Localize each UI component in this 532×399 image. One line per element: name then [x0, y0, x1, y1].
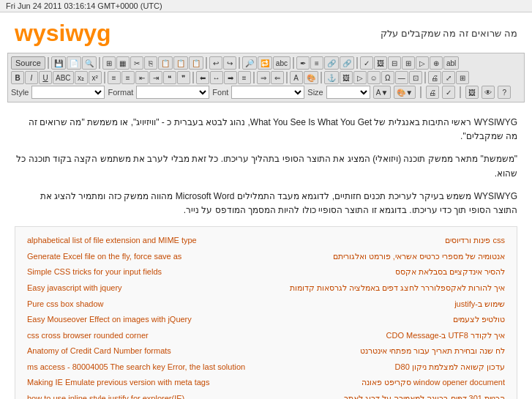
sub-button[interactable]: x₂	[75, 71, 88, 84]
table2-icon[interactable]: ⊟	[388, 56, 401, 70]
paste3-icon[interactable]: 📋	[189, 56, 203, 70]
special-button[interactable]: Ω	[381, 71, 394, 84]
maximize-button[interactable]: ⤢	[442, 71, 455, 84]
table-row: Simple CSS tricks for your input fieldsל…	[24, 264, 508, 280]
eye-button[interactable]: 👁	[482, 86, 495, 99]
align-justify-button[interactable]: ≡	[238, 71, 251, 84]
source-button[interactable]: Source	[11, 56, 45, 70]
abc-icon[interactable]: abl	[443, 56, 459, 70]
bg-color-button[interactable]: 🎨▼	[394, 86, 416, 99]
link-item[interactable]: Easy Mouseover Effect on images with jQu…	[27, 313, 263, 327]
ul-button[interactable]: ≡	[121, 71, 135, 84]
indent-button[interactable]: ⇥	[149, 71, 162, 84]
blockquote-button[interactable]: ❝	[163, 71, 176, 84]
image2-button[interactable]: 🖼	[340, 71, 353, 84]
format-icon[interactable]: ≡	[310, 56, 323, 70]
link-item-rtl[interactable]: להסיר אינדקציים בסבלאת אקסס	[269, 266, 506, 279]
link-item-rtl[interactable]: css פינות ורדיוסים	[269, 234, 506, 247]
color-text-button[interactable]: A	[290, 71, 303, 84]
table-icon[interactable]: ⊞	[102, 56, 116, 70]
table-row: Generate Excel file on the fly, force sa…	[24, 249, 508, 265]
link-item-rtl[interactable]: window opener document סקריפט פאונה	[269, 376, 506, 389]
ltr-button[interactable]: ⇒	[257, 71, 270, 84]
align-right-button[interactable]: ➡	[224, 71, 237, 84]
image-icon[interactable]: 🖼	[374, 56, 387, 70]
bold2-icon[interactable]: ✒	[296, 56, 310, 70]
paste-icon[interactable]: 📋	[158, 56, 173, 70]
table-row: css cross browser rounded cornerאיך לקוד…	[24, 328, 508, 344]
bold-button[interactable]: B	[11, 71, 24, 84]
anchor-button[interactable]: ⚓	[324, 71, 339, 84]
separator-3	[206, 57, 207, 69]
separator-5	[293, 57, 294, 69]
separator-1	[48, 57, 49, 69]
italic-button[interactable]: I	[25, 71, 38, 84]
check2-button[interactable]: ✓	[442, 86, 455, 99]
link-item[interactable]: Making IE Emulate previous version with …	[27, 376, 263, 389]
undo-icon[interactable]: ↩	[209, 56, 222, 70]
find-icon[interactable]: 🔎	[242, 56, 257, 70]
iframe-button[interactable]: ⊡	[409, 71, 422, 84]
link-item[interactable]: ms access - 80004005 The search key Erro…	[27, 361, 263, 374]
redo-icon[interactable]: ↪	[223, 56, 236, 70]
grid-icon[interactable]: ▦	[116, 56, 130, 70]
search-icon[interactable]: 🔍	[82, 56, 97, 70]
header: wysiwyg מה שרואים זה מה שמקבלים עלק	[0, 12, 532, 53]
toolbar-row-2: B I U ABC x₂ x² ≡ ≡ ⇤ ⇥ ❝ ❞ ⬅ ↔ ➡ ≡ ⇒ ⇐ …	[11, 71, 521, 84]
size-select[interactable]	[326, 86, 370, 99]
misc-icon[interactable]: ⊕	[430, 56, 443, 70]
flash-button[interactable]: ▷	[353, 71, 367, 84]
underline-button[interactable]: U	[39, 71, 52, 84]
spell-icon[interactable]: abc	[273, 56, 291, 70]
link-item[interactable]: Generate Excel file on the fly, force sa…	[27, 250, 263, 264]
link-item-rtl[interactable]: שימוש ב-justify	[269, 298, 506, 311]
paste2-icon[interactable]: 📋	[173, 56, 188, 70]
link-item-rtl[interactable]: איך לקודר UTF8 ב-CDO Message	[269, 329, 506, 343]
hr-button[interactable]: —	[395, 71, 408, 84]
cut-icon[interactable]: ✂	[130, 56, 143, 70]
color-bg-button[interactable]: 🎨	[304, 71, 318, 84]
images-button[interactable]: 🖼	[465, 86, 479, 99]
showblocks-button[interactable]: ⊞	[456, 71, 469, 84]
save-icon[interactable]: 💾	[51, 56, 66, 70]
page-icon[interactable]: 📄	[67, 56, 81, 70]
html-icon[interactable]: ⊞	[402, 56, 415, 70]
link-icon[interactable]: 🔗	[324, 56, 339, 70]
unlink-icon[interactable]: 🔗	[340, 56, 354, 70]
separator-11	[321, 72, 322, 83]
link-item[interactable]: Anatomy of Credit Card Number formats	[27, 345, 263, 358]
help-button[interactable]: ?	[498, 86, 511, 99]
blockquote2-button[interactable]: ❞	[177, 71, 190, 84]
link-item[interactable]: css cross browser rounded corner	[27, 329, 263, 343]
style-select[interactable]	[31, 86, 105, 99]
sup-button[interactable]: x²	[89, 71, 102, 84]
link-item-rtl[interactable]: לח שנה ובחירת תאריך עבור מפתחי אינטרנט	[269, 345, 506, 358]
findreplace-icon[interactable]: 🔁	[258, 56, 272, 70]
font-color-button[interactable]: A▼	[373, 86, 391, 99]
copy-icon[interactable]: ⎘	[144, 56, 157, 70]
table-row: Making IE Emulate previous version with …	[24, 375, 508, 391]
abc2-button[interactable]: ABC	[53, 71, 74, 84]
rtl-button[interactable]: ⇐	[271, 71, 284, 84]
ol-button[interactable]: ≡	[108, 71, 121, 84]
align-left-button[interactable]: ⬅	[196, 71, 209, 84]
align-center-button[interactable]: ↔	[210, 71, 223, 84]
check-icon[interactable]: ✓	[360, 56, 373, 70]
media-icon[interactable]: ▷	[416, 56, 429, 70]
link-item[interactable]: Pure css box shadow	[27, 298, 263, 311]
link-item[interactable]: Simple CSS tricks for your input fields	[27, 266, 263, 279]
smiley-button[interactable]: ☺	[367, 71, 381, 84]
link-item[interactable]: how to use inline style justify for expl…	[27, 392, 263, 399]
link-item-rtl[interactable]: עדכון קשואה למצלמת ניקון D80	[269, 361, 506, 374]
outdent-button[interactable]: ⇤	[135, 71, 149, 84]
link-item[interactable]: alphabetical list of file extension and …	[27, 234, 263, 247]
link-item-rtl[interactable]: הכניית 301 דפים בכוונה למאמירה על דרוג ל…	[269, 392, 506, 399]
link-item-rtl[interactable]: אנטומיה של מספרי כרטיס אשראי, פורמט ואלג…	[269, 250, 506, 264]
link-item-rtl[interactable]: טולטיפ לצעמים	[269, 313, 506, 327]
format-select[interactable]	[136, 86, 209, 99]
link-item-rtl[interactable]: איך להורות לאקספלוררר לחצג דפים באמלציה …	[269, 282, 506, 295]
print2-button[interactable]: 🖨	[426, 86, 439, 99]
print-button[interactable]: 🖨	[428, 71, 441, 84]
font-select[interactable]	[231, 86, 304, 99]
link-item[interactable]: Easy javascript with jquery	[27, 282, 263, 295]
